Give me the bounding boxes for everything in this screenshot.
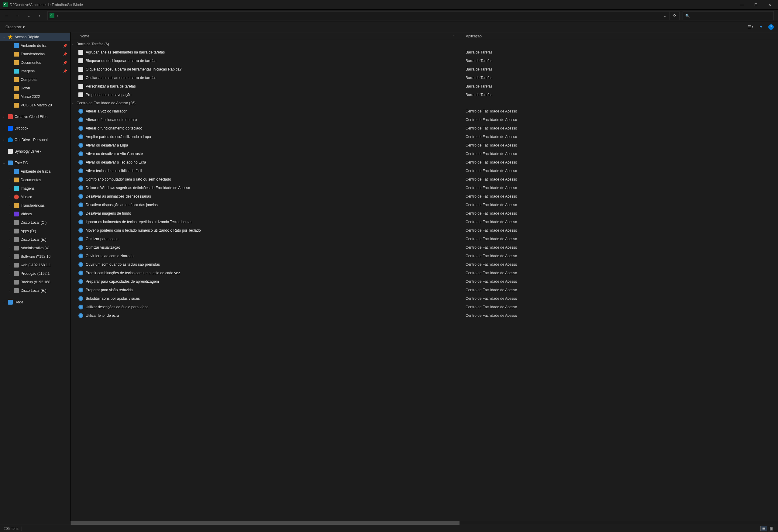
tree-item[interactable]: ›web (\\192.168.1.1 (0, 261, 70, 269)
tree-item[interactable]: ›Backup (\\192.168. (0, 278, 70, 286)
close-button[interactable]: ✕ (763, 0, 777, 10)
tree-item[interactable]: ›Software (\\192.16 (0, 252, 70, 261)
item-name-label: Ocultar automaticamente a barra de taref… (86, 76, 156, 80)
tree-item[interactable]: ⌵Este PC (0, 159, 70, 167)
list-item[interactable]: Ignorar os batimentos de teclas repetido… (71, 218, 778, 226)
list-item[interactable]: Ampliar partes do ecrã utilizando a Lupa… (71, 133, 778, 141)
list-item[interactable]: Agrupar janelas semelhantes na barra de … (71, 48, 778, 57)
up-button[interactable]: ↑ (34, 11, 45, 21)
list-item[interactable]: Alterar o funcionamento do ratoCentro de… (71, 116, 778, 124)
column-application[interactable]: Aplicação (462, 34, 778, 38)
tree-item[interactable]: ›Synology Drive - (0, 147, 70, 156)
item-list[interactable]: ⌵Barra de Tarefas (6)Agrupar janelas sem… (71, 40, 778, 521)
list-item[interactable]: Preparar para visão reduzidaCentro de Fa… (71, 286, 778, 294)
help-button[interactable]: ? (767, 23, 775, 31)
back-button[interactable]: ← (2, 11, 11, 21)
list-item[interactable]: Alterar a voz do NarradorCentro de Facil… (71, 107, 778, 116)
item-name-label: Controlar o computador sem o rato ou sem… (86, 177, 171, 181)
icons-view-button[interactable]: ▦ (768, 526, 774, 531)
list-item[interactable]: Preparar para capacidades de aprendizage… (71, 277, 778, 286)
tree-item[interactable]: Down (0, 84, 70, 92)
tree-item[interactable]: ›Administrativo (\\1 (0, 244, 70, 252)
list-item[interactable]: Ativar teclas de acessibilidade fácilCen… (71, 167, 778, 175)
preview-pane-button[interactable]: ⚑ (757, 23, 765, 31)
tree-item[interactable]: ⌵Acesso Rápido (0, 33, 70, 41)
list-item[interactable]: Alterar o funcionamento do tecladoCentro… (71, 124, 778, 133)
list-item[interactable]: Ocultar automaticamente a barra de taref… (71, 74, 778, 82)
tree-item[interactable]: ›Dropbox (0, 124, 70, 133)
list-item[interactable]: Otimizar visualizaçãoCentro de Facilidad… (71, 243, 778, 252)
item-name-label: Ativar ou desativar o Alto Contraste (86, 152, 143, 156)
list-item[interactable]: Otimizar para cegosCentro de Facilidade … (71, 235, 778, 243)
list-item[interactable]: Premir combinações de teclas com uma tec… (71, 269, 778, 277)
tree-item[interactable]: ›Ambiente de traba (0, 167, 70, 176)
item-name-label: Deixar o Windows sugerir as definições d… (86, 186, 190, 190)
horizontal-scrollbar[interactable] (71, 521, 778, 525)
address-bar[interactable]: › ⌵ ⟳ (48, 11, 680, 20)
tree-item[interactable]: ›Creative Cloud Files (0, 112, 70, 121)
tree-item[interactable]: ›Disco Local (E:) (0, 286, 70, 295)
list-item[interactable]: Ouvir ler texto com o NarradorCentro de … (71, 252, 778, 260)
tree-item[interactable]: Documentos📌 (0, 58, 70, 67)
scrollbar-thumb[interactable] (71, 521, 460, 525)
refresh-button[interactable]: ⟳ (670, 11, 679, 20)
list-item[interactable]: Bloquear ou desbloquear a barra de taref… (71, 57, 778, 65)
item-app-label: Centro de Facilidade de Acesso (462, 143, 778, 147)
list-item[interactable]: Deixar o Windows sugerir as definições d… (71, 183, 778, 192)
item-name-label: Propriedades de navegação (86, 93, 131, 97)
item-name-label: Substituir sons por ajudas visuais (86, 296, 140, 301)
tree-item[interactable]: ›Transferências (0, 201, 70, 210)
column-name[interactable]: Nome ⌃ (71, 34, 462, 38)
group-header[interactable]: ⌵Barra de Tarefas (6) (71, 40, 778, 48)
navigation-tree[interactable]: ⌵Acesso RápidoAmbiente de tra📌Transferên… (0, 32, 71, 525)
tree-item[interactable]: Março 2022 (0, 92, 70, 101)
view-options-button[interactable]: ☰ ▾ (747, 23, 754, 31)
pc-i-icon (8, 160, 13, 165)
tree-item[interactable]: ›Imagens (0, 184, 70, 193)
list-item[interactable]: Personalizar a barra de tarefasBarra de … (71, 82, 778, 91)
tree-item[interactable]: ›Apps (D:) (0, 227, 70, 235)
list-item[interactable]: Substituir sons por ajudas visuaisCentro… (71, 294, 778, 303)
tree-item[interactable]: ›Música (0, 193, 70, 201)
tree-item[interactable]: ›Rede (0, 298, 70, 306)
tree-item[interactable]: ›Disco Local (E:) (0, 235, 70, 244)
item-name-label: Desativar imagens de fundo (86, 211, 131, 216)
list-item[interactable]: Controlar o computador sem o rato ou sem… (71, 175, 778, 183)
details-view-button[interactable]: ☰ (760, 526, 767, 531)
organize-button[interactable]: Organizar ▾ (3, 24, 27, 30)
list-item[interactable]: Ativar ou desativar o Alto ContrasteCent… (71, 150, 778, 158)
tree-item[interactable]: ›Vídeos (0, 210, 70, 218)
list-item[interactable]: Desativar imagens de fundoCentro de Faci… (71, 209, 778, 218)
search-input[interactable]: 🔍 (683, 11, 774, 20)
group-header[interactable]: ⌵Centro de Facilidade de Acesso (26) (71, 99, 778, 107)
tree-item[interactable]: Imagens📌 (0, 67, 70, 75)
list-item[interactable]: Mover o ponteiro com o teclado numérico … (71, 226, 778, 235)
list-item[interactable]: Utilizar descrições de áudio para vídeoC… (71, 303, 778, 311)
tree-item[interactable]: Transferências📌 (0, 50, 70, 58)
tree-item[interactable]: Ambiente de tra📌 (0, 41, 70, 50)
list-item[interactable]: O que aconteceu à barra de ferramentas I… (71, 65, 778, 74)
tree-item-label: Ambiente de tra (21, 44, 63, 48)
tree-item[interactable]: ›Produção (\\192.1 (0, 269, 70, 278)
list-item[interactable]: Propriedades de navegaçãoBarra de Tarefa… (71, 91, 778, 99)
tree-item[interactable]: ›Disco Local (C:) (0, 218, 70, 227)
list-item[interactable]: Desativar as animações desnecessáriasCen… (71, 192, 778, 201)
list-item[interactable]: Ativar ou desativar o Teclado no EcrãCen… (71, 158, 778, 167)
minimize-button[interactable]: — (735, 0, 749, 10)
list-item[interactable]: Utilizar leitor de ecrãCentro de Facilid… (71, 311, 778, 320)
tree-item[interactable]: ›Documentos (0, 176, 70, 184)
address-history-button[interactable]: ⌵ (660, 11, 670, 21)
forward-button[interactable]: → (13, 11, 22, 21)
tree-item[interactable]: Compress (0, 75, 70, 84)
history-button[interactable]: ⌵ (24, 11, 33, 21)
item-app-label: Centro de Facilidade de Acesso (462, 135, 778, 139)
tree-item[interactable]: PCG 314 Março 20 (0, 101, 70, 109)
list-item[interactable]: Desativar disposição automática das jane… (71, 201, 778, 209)
maximize-button[interactable]: ☐ (749, 0, 763, 10)
drive-i-icon (14, 220, 19, 225)
list-item[interactable]: Ouvir um som quando as teclas são premid… (71, 260, 778, 269)
chevron-icon: › (8, 170, 12, 173)
item-app-label: Centro de Facilidade de Acesso (462, 313, 778, 318)
tree-item[interactable]: ›OneDrive - Personal (0, 136, 70, 144)
list-item[interactable]: Ativar ou desativar a LupaCentro de Faci… (71, 141, 778, 150)
